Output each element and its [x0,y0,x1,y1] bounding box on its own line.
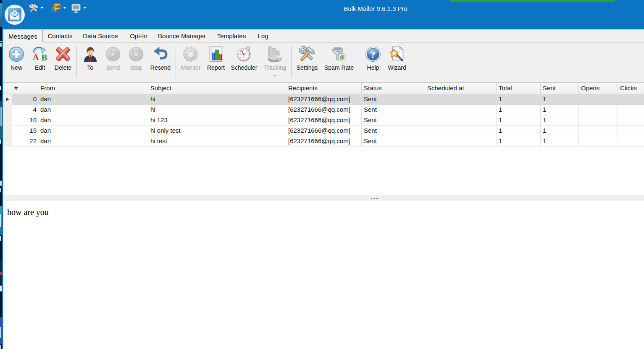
svg-text:AB: AB [54,4,60,9]
svg-text:B: B [41,53,47,62]
svg-text:A: A [33,52,39,62]
svg-text:?: ? [371,50,376,60]
